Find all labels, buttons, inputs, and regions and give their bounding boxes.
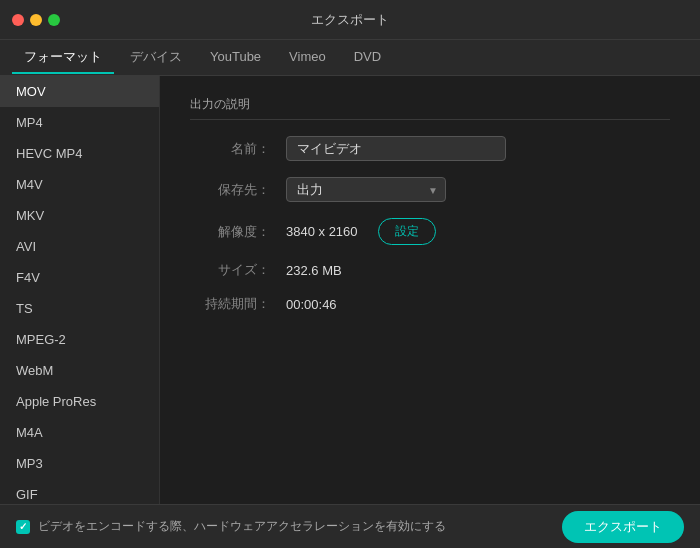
- sidebar-item-mov[interactable]: MOV: [0, 76, 159, 107]
- content-area: 出力の説明 名前： 保存先： 出力 ▼ 解像度： 3840 x 2160 設定 …: [160, 76, 700, 504]
- save-select-wrapper: 出力 ▼: [286, 177, 446, 202]
- hardware-acceleration-text: ビデオをエンコードする際、ハードウェアアクセラレーションを有効にする: [38, 518, 446, 535]
- sidebar-item-mpeg2[interactable]: MPEG-2: [0, 324, 159, 355]
- tab-youtube[interactable]: YouTube: [198, 43, 273, 72]
- resolution-value: 3840 x 2160: [286, 224, 358, 239]
- duration-label: 持続期間：: [190, 295, 270, 313]
- size-label: サイズ：: [190, 261, 270, 279]
- maximize-button[interactable]: [48, 14, 60, 26]
- sidebar-item-f4v[interactable]: F4V: [0, 262, 159, 293]
- title-bar: エクスポート: [0, 0, 700, 40]
- duration-value: 00:00:46: [286, 297, 337, 312]
- save-row: 保存先： 出力 ▼: [190, 177, 670, 202]
- section-title: 出力の説明: [190, 96, 670, 120]
- sidebar-item-hevc-mp4[interactable]: HEVC MP4: [0, 138, 159, 169]
- sidebar-item-mp3[interactable]: MP3: [0, 448, 159, 479]
- sidebar-item-m4a[interactable]: M4A: [0, 417, 159, 448]
- sidebar-item-avi[interactable]: AVI: [0, 231, 159, 262]
- tab-vimeo[interactable]: Vimeo: [277, 43, 338, 72]
- sidebar-item-webm[interactable]: WebM: [0, 355, 159, 386]
- close-button[interactable]: [12, 14, 24, 26]
- format-sidebar: MOV MP4 HEVC MP4 M4V MKV AVI F4V TS MPEG…: [0, 76, 160, 504]
- name-label: 名前：: [190, 140, 270, 158]
- export-button[interactable]: エクスポート: [562, 511, 684, 543]
- tab-format[interactable]: フォーマット: [12, 42, 114, 74]
- save-select[interactable]: 出力: [286, 177, 446, 202]
- size-value: 232.6 MB: [286, 263, 342, 278]
- sidebar-item-apple-prores[interactable]: Apple ProRes: [0, 386, 159, 417]
- size-row: サイズ： 232.6 MB: [190, 261, 670, 279]
- duration-row: 持続期間： 00:00:46: [190, 295, 670, 313]
- name-input[interactable]: [286, 136, 506, 161]
- tab-device[interactable]: デバイス: [118, 42, 194, 74]
- sidebar-item-mkv[interactable]: MKV: [0, 200, 159, 231]
- sidebar-item-ts[interactable]: TS: [0, 293, 159, 324]
- sidebar-item-mp4[interactable]: MP4: [0, 107, 159, 138]
- resolution-label: 解像度：: [190, 223, 270, 241]
- minimize-button[interactable]: [30, 14, 42, 26]
- bottom-bar: ビデオをエンコードする際、ハードウェアアクセラレーションを有効にする エクスポー…: [0, 504, 700, 548]
- settings-button[interactable]: 設定: [378, 218, 436, 245]
- main-area: MOV MP4 HEVC MP4 M4V MKV AVI F4V TS MPEG…: [0, 76, 700, 504]
- hardware-acceleration-label[interactable]: ビデオをエンコードする際、ハードウェアアクセラレーションを有効にする: [16, 518, 446, 535]
- tab-dvd[interactable]: DVD: [342, 43, 393, 72]
- sidebar-item-m4v[interactable]: M4V: [0, 169, 159, 200]
- traffic-lights: [12, 14, 60, 26]
- window-title: エクスポート: [311, 11, 389, 29]
- name-row: 名前：: [190, 136, 670, 161]
- resolution-row: 解像度： 3840 x 2160 設定: [190, 218, 670, 245]
- tab-bar: フォーマット デバイス YouTube Vimeo DVD: [0, 40, 700, 76]
- save-label: 保存先：: [190, 181, 270, 199]
- sidebar-item-gif[interactable]: GIF: [0, 479, 159, 504]
- hardware-acceleration-checkbox[interactable]: [16, 520, 30, 534]
